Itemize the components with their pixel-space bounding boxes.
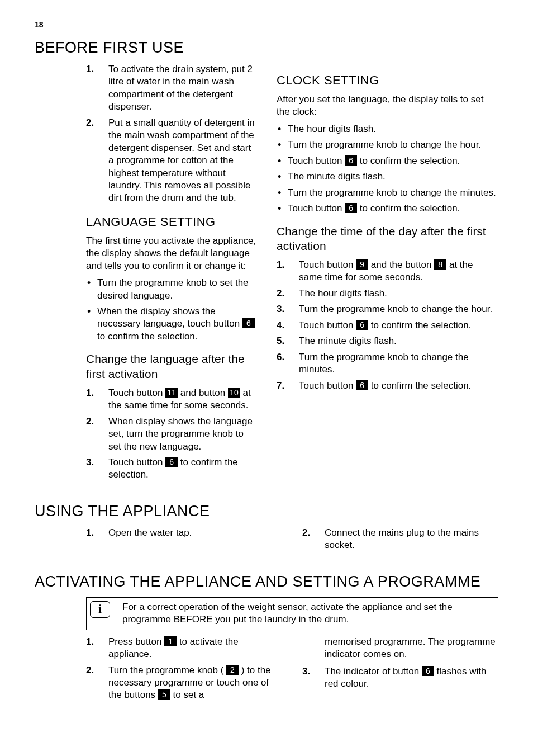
change-time-list: Touch button 9 and the button 8 at the s… — [277, 259, 498, 392]
list-item: Touch button 6 to confirm the selection. — [277, 155, 498, 167]
list-item: The minute digits flash. — [277, 171, 498, 183]
document-page: 18 BEFORE FIRST USE To activate the drai… — [0, 0, 533, 756]
list-item: Connect the mains plug to the mains sock… — [302, 527, 498, 552]
button-ref-icon: 6 — [422, 666, 434, 676]
button-ref-icon: 6 — [242, 318, 255, 328]
info-box: i For a correct operation of the weight … — [86, 597, 498, 630]
heading-change-time: Change the time of the day after the fir… — [277, 224, 498, 254]
list-item: The indicator of button 6 flashes with r… — [302, 665, 498, 691]
list-item: Put a small quantity of detergent in the… — [86, 117, 256, 205]
before-first-use-list: To activate the drain system, put 2 litr… — [86, 63, 256, 205]
text: Touch button — [108, 457, 165, 467]
text: to confirm the selection. — [357, 203, 460, 214]
text: to confirm the selection. — [368, 380, 471, 391]
change-language-list: Touch button 11 and button 10 at the sam… — [86, 387, 256, 481]
list-item: Turn the programme knob to change the mi… — [277, 351, 498, 376]
info-icon: i — [90, 601, 110, 618]
text: and the button — [368, 259, 434, 270]
text: to confirm the selection. — [97, 331, 198, 342]
clock-bullets: The hour digits flash. Turn the programm… — [277, 123, 498, 215]
button-ref-icon: 2 — [226, 665, 239, 675]
button-ref-icon: 6 — [356, 320, 368, 330]
page-number: 18 — [35, 20, 44, 29]
text: to confirm the selection. — [368, 320, 471, 330]
list-item: Touch button 6 to confirm the selection. — [277, 380, 498, 392]
heading-clock-setting: CLOCK SETTING — [277, 73, 498, 88]
continuation-text: memorised programme. The programme indic… — [302, 636, 498, 661]
list-item: Press button 1 to activate the appliance… — [86, 636, 282, 661]
heading-using-appliance: USING THE APPLIANCE — [35, 503, 498, 520]
text: Touch button — [299, 380, 356, 391]
button-ref-icon: 5 — [158, 689, 170, 700]
button-ref-icon: 6 — [165, 457, 178, 467]
button-ref-icon: 6 — [345, 155, 357, 166]
heading-change-language: Change the language after the first acti… — [86, 352, 256, 381]
list-item: Turn the programme knob to change the mi… — [277, 187, 498, 199]
text: Press button — [108, 636, 164, 647]
text: Turn the programme knob ( — [108, 665, 226, 675]
heading-activating: ACTIVATING THE APPLIANCE AND SETTING A P… — [35, 573, 498, 590]
list-item: Touch button 11 and button 10 at the sam… — [86, 387, 256, 412]
button-ref-icon: 10 — [228, 388, 240, 398]
list-item: Touch button 6 to confirm the selection. — [277, 319, 498, 332]
text: and button — [178, 388, 228, 398]
button-ref-icon: 1 — [164, 636, 177, 646]
text: The indicator of button — [325, 666, 422, 677]
list-item: Touch button 6 to confirm the selection. — [277, 202, 498, 215]
list-item: When the display shows the necessary lan… — [86, 305, 256, 343]
button-ref-icon: 6 — [345, 203, 357, 213]
list-item: Turn the programme knob to change the ho… — [277, 303, 498, 315]
button-ref-icon: 11 — [165, 388, 178, 398]
text: Touch button — [288, 155, 345, 166]
list-item: Open the water tap. — [86, 527, 282, 539]
list-item: The minute digits flash. — [277, 335, 498, 347]
text: Touch button — [299, 259, 356, 270]
text: When the display shows the necessary lan… — [97, 306, 242, 329]
list-item: Turn the programme knob ( 2 ) to the nec… — [86, 664, 282, 702]
list-item: The hour digits flash. — [277, 287, 498, 300]
using-list-right: Connect the mains plug to the mains sock… — [302, 527, 498, 552]
heading-before-first-use: BEFORE FIRST USE — [35, 39, 498, 56]
text: Touch button — [108, 388, 165, 398]
list-item: Touch button 6 to confirm the selection. — [86, 456, 256, 481]
text: to confirm the selection. — [357, 155, 460, 166]
text: Touch button — [299, 320, 356, 330]
list-item: The hour digits flash. — [277, 123, 498, 135]
button-ref-icon: 6 — [356, 380, 368, 390]
button-ref-icon: 8 — [434, 259, 446, 270]
using-list-left: Open the water tap. — [86, 527, 282, 539]
list-item: When display shows the language set, tur… — [86, 415, 256, 453]
activating-list-left: Press button 1 to activate the appliance… — [86, 636, 282, 702]
language-bullets: Turn the programme knob to set the desir… — [86, 277, 256, 343]
text: Touch button — [288, 203, 345, 214]
text: to set a — [170, 689, 204, 700]
clock-intro: After you set the language, the display … — [277, 93, 498, 119]
list-item: Touch button 9 and the button 8 at the s… — [277, 259, 498, 284]
list-item: Turn the programme knob to change the ho… — [277, 139, 498, 151]
language-intro: The first time you activate the applianc… — [86, 235, 256, 272]
button-ref-icon: 9 — [356, 259, 368, 270]
list-item: To activate the drain system, put 2 litr… — [86, 63, 256, 114]
activating-list-right: The indicator of button 6 flashes with r… — [302, 665, 498, 691]
list-item: Turn the programme knob to set the desir… — [86, 277, 256, 302]
info-text: For a correct operation of the weight se… — [122, 601, 492, 626]
heading-language-setting: LANGUAGE SETTING — [86, 215, 256, 229]
